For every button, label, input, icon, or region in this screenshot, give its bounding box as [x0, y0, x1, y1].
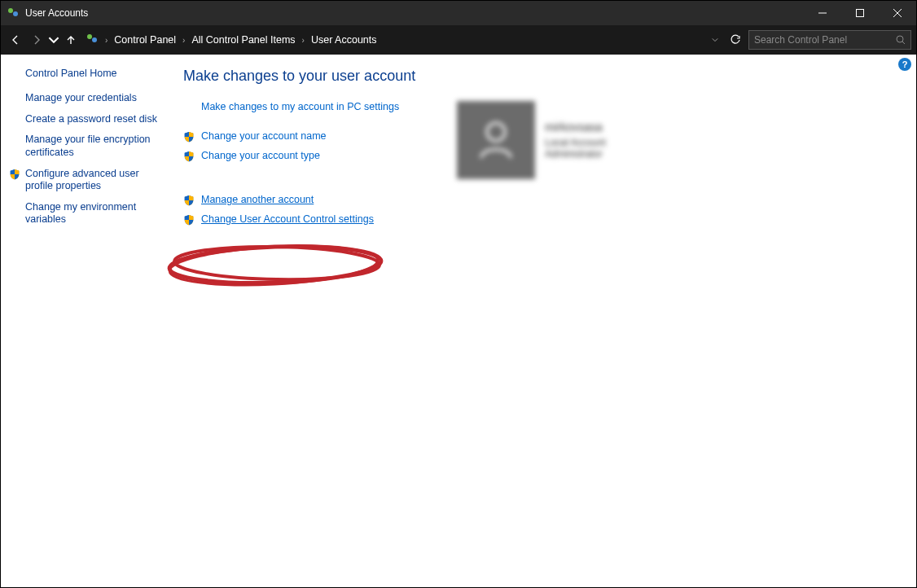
svg-rect-3 — [857, 10, 864, 17]
back-button[interactable] — [6, 30, 25, 50]
search-placeholder: Search Control Panel — [754, 34, 896, 46]
shield-icon — [183, 214, 195, 226]
up-button[interactable] — [61, 30, 81, 50]
forward-button[interactable] — [27, 30, 46, 50]
search-input[interactable]: Search Control Panel — [748, 30, 911, 50]
sidebar: Control Panel Home Manage your credentia… — [1, 55, 172, 587]
refresh-button[interactable] — [726, 34, 745, 46]
sidebar-item-encryption[interactable]: Manage your file encryption certificates — [25, 134, 164, 159]
shield-icon — [183, 195, 195, 206]
avatar — [457, 101, 535, 179]
sidebar-item-credentials[interactable]: Manage your credentials — [25, 92, 164, 105]
maximize-button[interactable] — [841, 1, 879, 25]
link-change-name[interactable]: Change your account name — [201, 130, 327, 142]
link-pc-settings[interactable]: Make changes to my account in PC setting… — [201, 101, 399, 112]
sidebar-item-advanced-profile[interactable]: Configure advanced user profile properti… — [25, 168, 164, 193]
svg-point-0 — [8, 8, 13, 13]
search-icon — [896, 35, 906, 45]
svg-point-10 — [487, 123, 505, 141]
breadcrumb[interactable]: › Control Panel › All Control Panel Item… — [86, 33, 709, 48]
breadcrumb-item[interactable]: User Accounts — [311, 34, 377, 46]
breadcrumb-item[interactable]: Control Panel — [114, 34, 176, 46]
chevron-right-icon: › — [182, 36, 185, 45]
content-area: ? Control Panel Home Manage your credent… — [1, 55, 916, 587]
svg-point-6 — [87, 34, 92, 39]
user-role: Administrator — [545, 148, 606, 160]
sidebar-item-label: Configure advanced user profile properti… — [25, 168, 164, 193]
breadcrumb-item[interactable]: All Control Panel Items — [191, 34, 295, 46]
nav-bar: › Control Panel › All Control Panel Item… — [1, 25, 916, 55]
svg-point-13 — [169, 241, 379, 289]
recent-dropdown[interactable] — [48, 30, 59, 50]
user-type: Local Account — [545, 137, 606, 148]
annotation-circle — [161, 240, 389, 289]
svg-point-8 — [897, 36, 903, 42]
titlebar: User Accounts — [1, 1, 916, 25]
svg-point-1 — [13, 11, 18, 16]
sidebar-item-label: Manage your credentials — [25, 92, 164, 105]
svg-line-9 — [902, 42, 905, 44]
shield-icon — [183, 131, 195, 143]
shield-icon — [9, 169, 20, 180]
chevron-right-icon: › — [105, 36, 107, 45]
link-uac-settings[interactable]: Change User Account Control settings — [201, 213, 374, 225]
shield-icon — [183, 151, 195, 162]
sidebar-item-label: Change my environment variables — [25, 201, 164, 226]
page-title: Make changes to your user account — [183, 68, 900, 85]
user-name: mirkovsasa — [545, 121, 606, 134]
svg-point-12 — [174, 245, 380, 281]
user-info: mirkovsasa Local Account Administrator — [545, 121, 606, 160]
link-manage-another[interactable]: Manage another account — [201, 194, 314, 205]
control-panel-home-link[interactable]: Control Panel Home — [25, 68, 164, 79]
main-panel: Make changes to your user account Make c… — [172, 55, 916, 587]
link-row: Manage another account — [183, 194, 900, 205]
address-dropdown[interactable] — [711, 34, 722, 46]
sidebar-item-label: Manage your file encryption certificates — [25, 134, 164, 159]
sidebar-item-env-vars[interactable]: Change my environment variables — [25, 201, 164, 226]
chevron-right-icon: › — [302, 36, 305, 45]
breadcrumb-icon — [86, 33, 99, 48]
svg-point-11 — [169, 243, 381, 286]
minimize-button[interactable] — [804, 1, 841, 25]
app-icon — [7, 7, 20, 20]
link-row: Change User Account Control settings — [183, 213, 900, 225]
link-change-type[interactable]: Change your account type — [201, 150, 320, 161]
svg-point-7 — [92, 37, 97, 42]
sidebar-item-reset-disk[interactable]: Create a password reset disk — [25, 113, 164, 126]
sidebar-item-label: Create a password reset disk — [25, 113, 164, 126]
window-title: User Accounts — [25, 7, 804, 19]
close-button[interactable] — [879, 1, 916, 25]
user-card: mirkovsasa Local Account Administrator — [457, 95, 660, 185]
